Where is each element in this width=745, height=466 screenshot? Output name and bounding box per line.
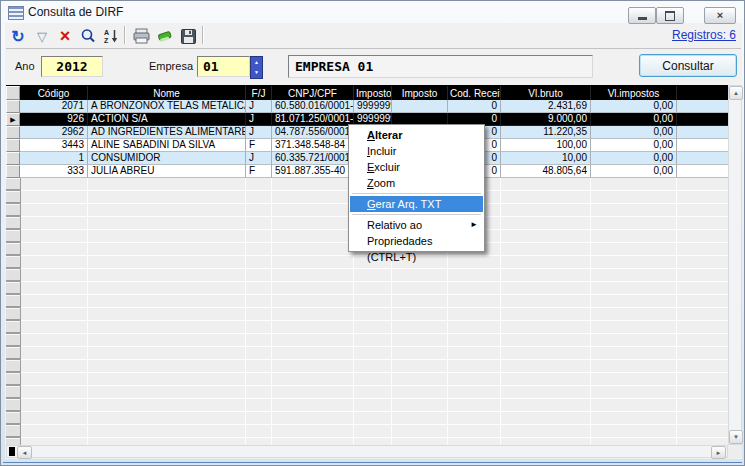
cell-vl-impostos[interactable]: 0,00 [591,152,677,165]
cell-cnpj[interactable]: 60.580.016/0001- [272,100,354,113]
empresa-name-field[interactable]: EMPRESA 01 [288,55,593,78]
cell-imposto-2[interactable] [392,100,448,113]
save-icon[interactable] [179,27,197,45]
printer-glyph [133,28,150,44]
scroll-up-button[interactable]: ▲ [729,86,743,100]
menu-item-excluir[interactable]: Excluir [350,159,483,175]
col-header-imposto[interactable]: Imposto [354,86,392,100]
cell-vl-bruto[interactable]: 11.220,35 [501,126,591,139]
col-header-fj[interactable]: F/J [246,86,272,100]
empresa-spinner[interactable]: ▲ ▼ [250,56,263,79]
col-header-codigo[interactable]: Código [20,86,88,100]
clear-filter-icon[interactable]: × [56,27,74,45]
minimize-button[interactable] [628,7,656,24]
cell-cnpj[interactable]: 371.348.548-84 [272,139,354,152]
cell-cnpj[interactable]: 591.887.355-40 [272,165,354,178]
cell-nome[interactable]: AD INGREDIENTES ALIMENTARES [88,126,246,139]
selector-header [6,86,20,100]
context-menu: Alterar Incluir Excluir Zoom Gerar Arq. … [348,124,485,252]
cell-vl-impostos[interactable]: 0,00 [591,113,677,126]
menu-item-propriedades[interactable]: Propriedades (CTRL+T) [350,233,483,249]
menu-item-incluir[interactable]: Incluir [350,143,483,159]
find-icon[interactable] [79,27,97,45]
cell-nome[interactable]: A BRONZONOX TELAS METALICAS [88,100,246,113]
menu-item-alterar[interactable]: Alterar [350,127,483,143]
cell-vl-impostos[interactable]: 0,00 [591,126,677,139]
magnifier-glyph [80,28,96,44]
table-row[interactable]: 2071 A BRONZONOX TELAS METALICAS J 60.58… [6,100,728,113]
col-header-cod-receita[interactable]: Cod. Receita [448,86,501,100]
spinner-down-icon[interactable]: ▼ [254,70,259,75]
cell-cod-receita[interactable]: 0 [448,100,501,113]
cell-codigo[interactable]: 1 [20,152,88,165]
registros-link[interactable]: Registros: 6 [672,28,736,42]
vertical-scrollbar[interactable]: ▲ ▼ [728,85,742,445]
scrollbar-corner [728,445,742,458]
cell-vl-bruto[interactable]: 9.000,00 [501,113,591,126]
cell-cnpj[interactable]: 81.071.250/0001- [272,113,354,126]
col-header-vl-impostos[interactable]: Vl.impostos [591,86,677,100]
row-selector-current[interactable]: ▶ [6,113,20,126]
spinner-up-icon[interactable]: ▲ [254,60,259,65]
row-selector[interactable] [6,165,20,178]
cell-fj[interactable]: J [246,100,272,113]
close-button[interactable]: × [704,7,736,24]
cell-codigo[interactable]: 2071 [20,100,88,113]
cell-nome[interactable]: CONSUMIDOR [88,152,246,165]
menu-separator [352,214,481,215]
cell-nome[interactable]: ALINE SABADINI DA SILVA [88,139,246,152]
print-icon[interactable] [132,27,150,45]
consultar-button[interactable]: Consultar [639,54,737,77]
col-header-vl-bruto[interactable]: Vl.bruto [501,86,591,100]
cell-cnpj[interactable]: 60.335.721/0001 [272,152,354,165]
arrow-up-icon: ▲ [733,90,739,96]
refresh-icon[interactable]: ↻ [9,27,27,45]
cell-vl-bruto[interactable]: 48.805,64 [501,165,591,178]
row-selector[interactable] [6,139,20,152]
ano-input[interactable] [41,56,103,77]
cell-fj[interactable]: J [246,152,272,165]
col-header-extra [677,86,728,100]
cell-vl-bruto[interactable]: 10,00 [501,152,591,165]
cell-extra [677,100,728,113]
cell-imposto[interactable]: 9999999 [354,100,392,113]
cell-codigo[interactable]: 926 [20,113,88,126]
cell-vl-impostos[interactable]: 0,00 [591,100,677,113]
toolbar-separator [202,26,203,44]
scroll-right-button[interactable]: ► [711,446,726,459]
cell-codigo[interactable]: 2962 [20,126,88,139]
cell-codigo[interactable]: 3443 [20,139,88,152]
horizontal-scrollbar[interactable]: ◄ ► [6,445,728,458]
cell-cnpj[interactable]: 04.787.556/0001 [272,126,354,139]
cell-nome[interactable]: JÚLIA ABREU [88,165,246,178]
scroll-left-button[interactable]: ◄ [17,446,32,459]
cell-vl-bruto[interactable]: 2.431,69 [501,100,591,113]
app-icon[interactable] [8,6,24,20]
col-header-imposto-2[interactable]: Imposto [392,86,448,100]
menu-item-relativo-ao[interactable]: Relativo ao► [350,217,483,233]
cell-codigo[interactable]: 333 [20,165,88,178]
scroll-down-button[interactable]: ▼ [729,430,743,444]
sort-icon[interactable]: AZ [102,27,120,45]
maximize-button[interactable] [656,7,684,24]
col-header-nome[interactable]: Nome [88,86,246,100]
window-frame-line [3,462,742,463]
cell-vl-bruto[interactable]: 100,00 [501,139,591,152]
filter-icon[interactable]: ▽ [33,27,51,45]
row-selector[interactable] [6,100,20,113]
cell-nome[interactable]: ACTION S/A [88,113,246,126]
cell-vl-impostos[interactable]: 0,00 [591,139,677,152]
cell-fj[interactable]: J [246,126,272,139]
empresa-input[interactable] [197,56,250,77]
cell-fj[interactable]: J [246,113,272,126]
menu-item-gerar-arq-txt[interactable]: Gerar Arq. TXT [350,196,483,212]
col-header-cnpj[interactable]: CNPJ/CPF [272,86,354,100]
row-selector[interactable] [6,152,20,165]
row-selector[interactable] [6,126,20,139]
cell-fj[interactable]: F [246,165,272,178]
cell-vl-impostos[interactable]: 0,00 [591,165,677,178]
hscroll-thumb[interactable] [9,447,15,456]
menu-item-zoom[interactable]: Zoom [350,175,483,191]
export-icon[interactable] [156,27,174,45]
cell-fj[interactable]: F [246,139,272,152]
